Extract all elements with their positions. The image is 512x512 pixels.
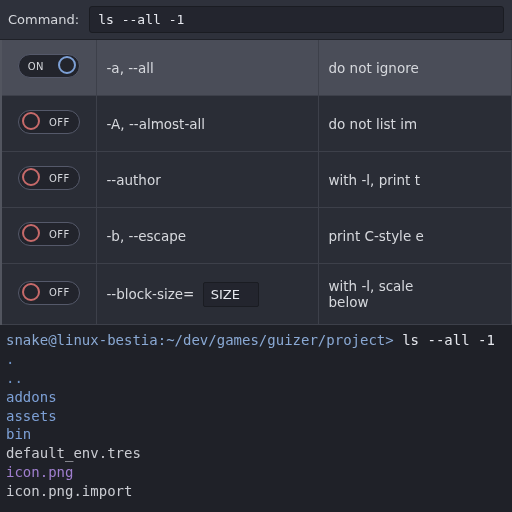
terminal-line: bin — [6, 425, 506, 444]
toggle-block-size[interactable]: OFF — [18, 281, 80, 305]
option-flag: -b, --escape — [96, 208, 318, 264]
toggle-knob — [22, 224, 40, 242]
terminal-line: assets — [6, 407, 506, 426]
toggle-off-label: OFF — [49, 229, 70, 240]
option-desc: do not list im — [318, 96, 512, 152]
toggle-off-label: OFF — [49, 173, 70, 184]
option-row: OFF --block-size= with -l, scale below — [2, 264, 512, 325]
command-header: Command: — [0, 0, 512, 40]
option-flag: -A, --almost-all — [96, 96, 318, 152]
terminal-output: snake@linux-bestia:~/dev/games/guizer/pr… — [0, 325, 512, 512]
toggle-off-label: OFF — [49, 287, 70, 298]
option-flag: --author — [96, 152, 318, 208]
terminal-line: icon.png — [6, 463, 506, 482]
toggle-knob — [58, 56, 76, 74]
option-desc: with -l, print t — [318, 152, 512, 208]
option-flag-text: --block-size= — [107, 286, 195, 302]
toggle-almost-all[interactable]: OFF — [18, 110, 80, 134]
toggle-all[interactable]: ON — [18, 54, 80, 78]
option-desc: do not ignore — [318, 40, 512, 96]
option-desc: with -l, scale below — [318, 264, 512, 325]
toggle-on-label: ON — [28, 61, 44, 72]
toggle-author[interactable]: OFF — [18, 166, 80, 190]
terminal-line: default_env.tres — [6, 444, 506, 463]
option-flag: -a, --all — [96, 40, 318, 96]
terminal-line: icon.png.import — [6, 482, 506, 501]
toggle-knob — [22, 168, 40, 186]
command-input[interactable] — [89, 6, 504, 33]
command-label: Command: — [8, 12, 79, 27]
block-size-input[interactable] — [203, 282, 259, 307]
option-row: OFF -A, --almost-all do not list im — [2, 96, 512, 152]
terminal-line: addons — [6, 388, 506, 407]
toggle-off-label: OFF — [49, 117, 70, 128]
toggle-knob — [22, 112, 40, 130]
option-desc: print C-style e — [318, 208, 512, 264]
options-table: ON -a, --all do not ignore OFF -A, --alm… — [0, 40, 512, 325]
option-flag: --block-size= — [96, 264, 318, 325]
toggle-knob — [22, 283, 40, 301]
option-row: OFF -b, --escape print C-style e — [2, 208, 512, 264]
terminal-line: . — [6, 350, 506, 369]
option-row: OFF --author with -l, print t — [2, 152, 512, 208]
terminal-prompt: snake@linux-bestia:~/dev/games/guizer/pr… — [6, 332, 394, 348]
toggle-escape[interactable]: OFF — [18, 222, 80, 246]
terminal-line: .. — [6, 369, 506, 388]
option-row: ON -a, --all do not ignore — [2, 40, 512, 96]
